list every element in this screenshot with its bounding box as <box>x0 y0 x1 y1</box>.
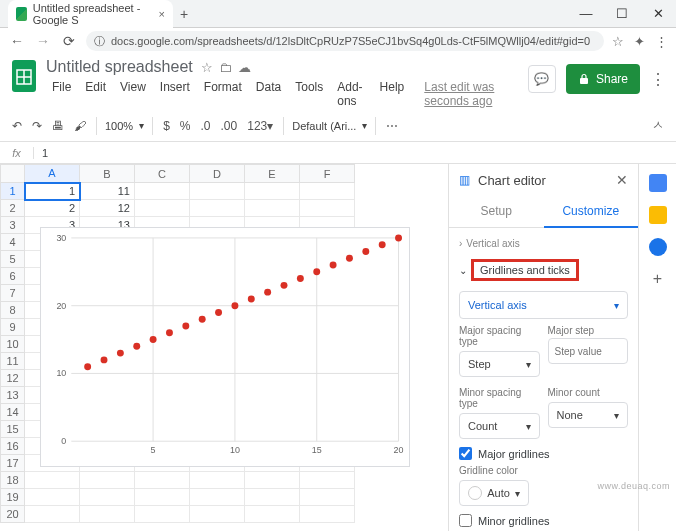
undo-button[interactable]: ↶ <box>10 119 24 133</box>
back-button[interactable]: ← <box>8 33 26 49</box>
share-button[interactable]: Share <box>566 64 640 94</box>
row-header[interactable]: 12 <box>1 370 25 387</box>
minor-gridlines-checkbox[interactable] <box>459 514 472 527</box>
cell-b2[interactable]: 12 <box>80 200 135 217</box>
document-title[interactable]: Untitled spreadsheet <box>46 58 193 76</box>
menu-format[interactable]: Format <box>198 78 248 110</box>
minor-count-dropdown[interactable]: None▾ <box>548 402 629 428</box>
svg-text:5: 5 <box>151 445 156 455</box>
col-header-d[interactable]: D <box>190 165 245 183</box>
browser-tab[interactable]: Untitled spreadsheet - Google S × <box>8 0 173 28</box>
toolbar-overflow-button[interactable]: ⋯ <box>384 119 400 133</box>
row-header[interactable]: 11 <box>1 353 25 370</box>
zoom-selector[interactable]: 100% <box>105 120 133 132</box>
menu-file[interactable]: File <box>46 78 77 110</box>
select-all-corner[interactable] <box>1 165 25 183</box>
menu-help[interactable]: Help <box>374 78 411 110</box>
last-edit-link[interactable]: Last edit was seconds ago <box>418 78 520 110</box>
window-minimize-icon[interactable]: — <box>568 0 604 27</box>
row-header[interactable]: 14 <box>1 404 25 421</box>
svg-text:10: 10 <box>230 445 240 455</box>
row-header[interactable]: 1 <box>1 183 25 200</box>
embedded-chart[interactable]: 01020305101520 <box>40 227 410 467</box>
calendar-icon[interactable] <box>649 174 667 192</box>
row-header[interactable]: 2 <box>1 200 25 217</box>
row-header[interactable]: 17 <box>1 455 25 472</box>
minor-spacing-dropdown[interactable]: Count▾ <box>459 413 540 439</box>
tasks-icon[interactable] <box>649 238 667 256</box>
print-button[interactable]: 🖶 <box>50 119 66 133</box>
add-addon-icon[interactable]: + <box>649 270 667 288</box>
account-menu-icon[interactable]: ⋮ <box>650 70 666 89</box>
cell-a1[interactable]: 1 <box>25 183 80 200</box>
toolbar-collapse-button[interactable]: ㅅ <box>650 117 666 134</box>
section-gridlines-ticks[interactable]: ⌄ Gridlines and ticks <box>459 253 628 287</box>
cell-b1[interactable]: 11 <box>80 183 135 200</box>
row-header[interactable]: 8 <box>1 302 25 319</box>
svg-text:0: 0 <box>61 436 66 446</box>
row-header[interactable]: 9 <box>1 319 25 336</box>
gridline-color-dropdown[interactable]: Auto▾ <box>459 480 529 506</box>
font-selector[interactable]: Default (Ari... <box>292 120 356 132</box>
menu-data[interactable]: Data <box>250 78 287 110</box>
row-header[interactable]: 10 <box>1 336 25 353</box>
row-header[interactable]: 19 <box>1 489 25 506</box>
chart-editor-panel: ▥ Chart editor ✕ Setup Customize › Verti… <box>448 164 638 531</box>
more-formats-button[interactable]: 123▾ <box>245 119 275 133</box>
format-currency-button[interactable]: $ <box>161 119 172 133</box>
tab-customize[interactable]: Customize <box>544 196 639 228</box>
format-percent-button[interactable]: % <box>178 119 193 133</box>
comments-button[interactable]: 💬 <box>528 65 556 93</box>
row-header[interactable]: 7 <box>1 285 25 302</box>
row-header[interactable]: 20 <box>1 506 25 523</box>
section-vertical-axis[interactable]: › Vertical axis <box>459 234 628 253</box>
row-header[interactable]: 3 <box>1 217 25 234</box>
increase-decimal-button[interactable]: .00 <box>219 119 240 133</box>
extensions-icon[interactable]: ✦ <box>634 34 645 49</box>
decrease-decimal-button[interactable]: .0 <box>199 119 213 133</box>
svg-point-28 <box>199 316 206 323</box>
paint-format-button[interactable]: 🖌 <box>72 119 88 133</box>
col-header-e[interactable]: E <box>245 165 300 183</box>
menu-insert[interactable]: Insert <box>154 78 196 110</box>
address-bar[interactable]: ⓘ docs.google.com/spreadsheets/d/12lsDlt… <box>86 31 604 51</box>
browser-menu-icon[interactable]: ⋮ <box>655 34 668 49</box>
major-gridlines-checkbox[interactable] <box>459 447 472 460</box>
menu-view[interactable]: View <box>114 78 152 110</box>
star-icon[interactable]: ☆ <box>201 60 213 75</box>
row-header[interactable]: 13 <box>1 387 25 404</box>
sheets-logo[interactable] <box>10 58 38 94</box>
major-spacing-dropdown[interactable]: Step▾ <box>459 351 540 377</box>
window-close-icon[interactable]: ✕ <box>640 0 676 27</box>
col-header-c[interactable]: C <box>135 165 190 183</box>
site-info-icon[interactable]: ⓘ <box>94 34 105 49</box>
cloud-status-icon[interactable]: ☁ <box>238 60 251 75</box>
keep-icon[interactable] <box>649 206 667 224</box>
move-icon[interactable]: 🗀 <box>219 60 232 75</box>
row-header[interactable]: 4 <box>1 234 25 251</box>
col-header-b[interactable]: B <box>80 165 135 183</box>
row-header[interactable]: 16 <box>1 438 25 455</box>
major-step-input[interactable] <box>548 338 629 364</box>
menu-edit[interactable]: Edit <box>79 78 112 110</box>
bookmark-icon[interactable]: ☆ <box>612 34 624 49</box>
close-tab-icon[interactable]: × <box>159 8 165 20</box>
col-header-f[interactable]: F <box>300 165 355 183</box>
axis-selector-dropdown[interactable]: Vertical axis▾ <box>459 291 628 319</box>
menu-tools[interactable]: Tools <box>289 78 329 110</box>
row-header[interactable]: 15 <box>1 421 25 438</box>
row-header[interactable]: 5 <box>1 251 25 268</box>
redo-button[interactable]: ↷ <box>30 119 44 133</box>
new-tab-button[interactable]: + <box>173 0 195 27</box>
svg-point-32 <box>264 289 271 296</box>
row-header[interactable]: 18 <box>1 472 25 489</box>
reload-button[interactable]: ⟳ <box>60 33 78 49</box>
tab-setup[interactable]: Setup <box>449 196 544 228</box>
col-header-a[interactable]: A <box>25 165 80 183</box>
menu-addons[interactable]: Add-ons <box>331 78 371 110</box>
window-maximize-icon[interactable]: ☐ <box>604 0 640 27</box>
formula-bar[interactable]: 1 <box>34 147 48 159</box>
cell-a2[interactable]: 2 <box>25 200 80 217</box>
close-panel-button[interactable]: ✕ <box>616 172 628 188</box>
row-header[interactable]: 6 <box>1 268 25 285</box>
